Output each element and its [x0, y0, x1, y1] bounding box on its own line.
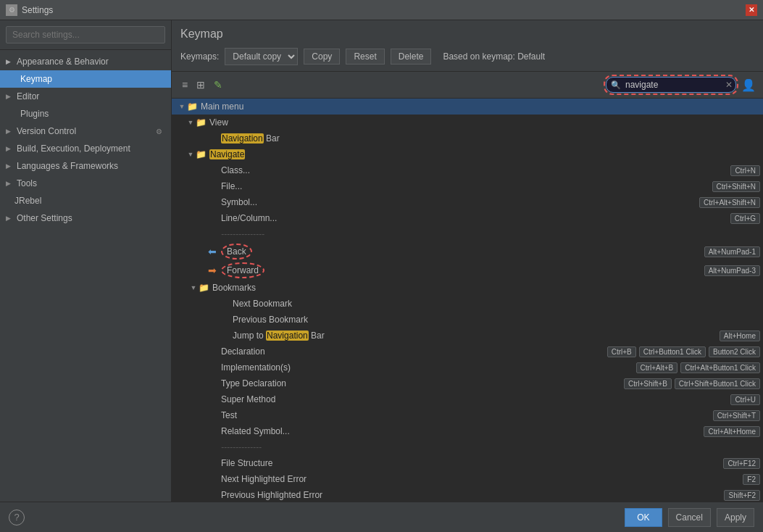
sidebar-item-vcs[interactable]: ▶ Version Control ⚙ — [0, 122, 171, 140]
item-icon — [207, 228, 218, 240]
apply-button[interactable]: Apply — [717, 508, 754, 527]
shortcut-tag: F2 — [743, 474, 760, 485]
ok-button[interactable]: OK — [625, 508, 662, 527]
shortcut-tag: Ctrl+F12 — [723, 458, 760, 469]
shortcut-tag: Ctrl+G — [730, 213, 760, 224]
titlebar: ⚙ Settings ✕ — [0, 0, 763, 20]
shortcut-tag: Ctrl+Shift+Button1 Click — [675, 378, 760, 389]
search-container: 🔍 ✕ 👤 — [604, 75, 756, 95]
tree-container[interactable]: ▼ 📁 Main menu ▼ 📁 View Navigation Bar — [172, 99, 763, 502]
sidebar-item-plugins[interactable]: Plugins — [0, 105, 171, 122]
expand-arrow: ▶ — [6, 128, 11, 135]
tree-label: Test — [221, 410, 710, 420]
tree-label: -------------- — [221, 442, 760, 452]
item-icon — [207, 346, 218, 357]
item-icon — [207, 165, 218, 176]
keymaps-label: Keymaps: — [180, 51, 219, 62]
tree-expand-arrow: ▼ — [186, 119, 195, 126]
expand-arrow: ▶ — [6, 180, 11, 187]
tree-expand-arrow: ▼ — [189, 284, 198, 291]
sidebar-item-jrebel[interactable]: JRebel — [0, 192, 171, 209]
expand-arrow: ▶ — [6, 93, 11, 100]
tree-label: File... — [221, 181, 709, 191]
page-title: Keymap — [180, 28, 754, 41]
cancel-button[interactable]: Cancel — [668, 508, 711, 527]
close-button[interactable]: ✕ — [746, 4, 757, 16]
reset-button[interactable]: Reset — [346, 49, 384, 65]
shortcut-tag: Ctrl+Shift+B — [624, 378, 672, 389]
sidebar-item-tools[interactable]: ▶ Tools — [0, 175, 171, 192]
shortcut-tag: Ctrl+U — [730, 394, 760, 405]
shortcut-tag: Ctrl+N — [730, 165, 760, 176]
sidebar-item-label: Other Settings — [17, 213, 72, 223]
sidebar-search-area — [0, 20, 171, 50]
tree-label: Class... — [221, 165, 727, 175]
tree-row: ▼ 📁 Navigate — [172, 146, 763, 162]
tree-row: Jump to Navigation Bar Alt+Home — [172, 328, 763, 344]
tree-expand-arrow: ▼ — [178, 103, 186, 110]
tree-label: Next Bookmark — [233, 299, 760, 309]
tree-label: --------------- — [221, 229, 760, 239]
help-button[interactable]: ? — [9, 510, 25, 525]
tree-label: File Structure — [221, 458, 720, 468]
tree-label: Navigate — [209, 149, 760, 159]
tree-row: Declaration Ctrl+B Ctrl+Button1 Click Bu… — [172, 344, 763, 359]
sidebar-item-build[interactable]: ▶ Build, Execution, Deployment — [0, 140, 171, 157]
sidebar-item-appearance[interactable]: ▶ Appearance & Behavior — [0, 53, 171, 70]
search-input[interactable] — [606, 77, 736, 93]
sidebar-item-label: Editor — [17, 91, 39, 101]
item-icon — [207, 489, 218, 501]
sidebar-item-label: Appearance & Behavior — [17, 57, 109, 67]
tree-row: Test Ctrl+Shift+T — [172, 407, 763, 423]
expand-arrow: ▶ — [6, 215, 11, 222]
tree-row: File... Ctrl+Shift+N — [172, 178, 763, 194]
bottom-actions: OK Cancel Apply — [625, 508, 754, 527]
app-icon: ⚙ — [6, 4, 17, 16]
vcs-badge: ⚙ — [156, 128, 162, 136]
sidebar-item-languages[interactable]: ▶ Languages & Frameworks — [0, 157, 171, 175]
content-area: Keymap Keymaps: Default copy Copy Reset … — [172, 20, 763, 502]
based-on-label: Based on keymap: Default — [443, 51, 545, 62]
tree-label: Symbol... — [221, 197, 696, 207]
tree-row: --------------- — [172, 226, 763, 242]
tree-label: Next Highlighted Error — [221, 474, 740, 484]
tree-label: View — [209, 117, 760, 128]
item-icon — [207, 441, 218, 453]
edit-shortcut-button[interactable]: ✎ — [211, 78, 225, 92]
expand-all-button[interactable]: ⊞ — [193, 78, 208, 92]
shortcut-tag: Ctrl+Alt+Shift+N — [699, 197, 760, 208]
item-icon — [218, 314, 230, 325]
tree-label: Super Method — [221, 394, 727, 404]
tree-label: Previous Highlighted Error — [221, 490, 721, 500]
user-icon[interactable]: 👤 — [741, 78, 756, 92]
expand-arrow: ▶ — [6, 162, 11, 170]
clear-search-icon[interactable]: ✕ — [725, 80, 733, 90]
tree-label: Navigation Bar — [221, 133, 760, 144]
sidebar-item-other[interactable]: ▶ Other Settings — [0, 209, 171, 227]
shortcut-tag: Button2 Click — [709, 346, 760, 357]
folder-icon: 📁 — [186, 101, 198, 112]
folder-icon: 📁 — [195, 117, 207, 128]
item-icon — [207, 410, 218, 421]
item-icon — [207, 212, 218, 224]
tree-row: Line/Column... Ctrl+G — [172, 210, 763, 226]
sidebar-item-label: Languages & Frameworks — [17, 161, 118, 171]
sidebar-item-keymap[interactable]: Keymap — [0, 70, 171, 88]
tree-label: Main menu — [201, 101, 760, 112]
keymap-bar: Keymaps: Default copy Copy Reset Delete … — [180, 48, 754, 65]
item-icon — [207, 457, 218, 469]
shortcut-tag: Ctrl+Shift+N — [712, 181, 760, 192]
copy-button[interactable]: Copy — [304, 49, 340, 65]
tree-label: Previous Bookmark — [233, 315, 760, 325]
collapse-all-button[interactable]: ≡ — [179, 78, 191, 92]
tree-label: Declaration — [221, 346, 604, 357]
keymap-toolbar: ≡ ⊞ ✎ 🔍 ✕ 👤 — [172, 72, 763, 99]
item-icon — [207, 378, 218, 389]
sidebar-search-input[interactable] — [6, 26, 165, 43]
shortcut-tag: Alt+NumPad-1 — [704, 246, 760, 257]
tree-expand-arrow: ▼ — [186, 151, 195, 158]
sidebar-item-editor[interactable]: ▶ Editor — [0, 88, 171, 105]
keymap-dropdown[interactable]: Default copy — [225, 48, 298, 65]
tree-row: Class... Ctrl+N — [172, 162, 763, 178]
delete-button[interactable]: Delete — [391, 49, 432, 65]
